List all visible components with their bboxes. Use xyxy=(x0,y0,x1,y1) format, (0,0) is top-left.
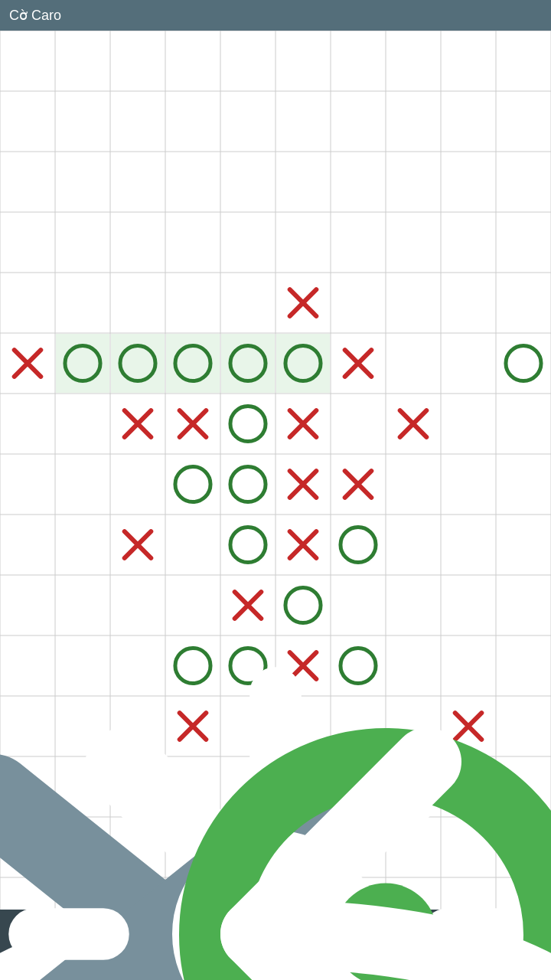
svg-point-43 xyxy=(506,345,541,381)
app-header: Cờ Caro xyxy=(0,0,551,31)
svg-point-48 xyxy=(230,406,266,441)
app-title: Cờ Caro xyxy=(9,7,61,24)
bottom-undo-button[interactable]: Đ.Lại xyxy=(442,479,549,980)
undo-icon xyxy=(220,479,551,980)
bottom-navigation: V.Mới You C.Đặt CPU 4 Đ.Lại xyxy=(0,910,551,980)
